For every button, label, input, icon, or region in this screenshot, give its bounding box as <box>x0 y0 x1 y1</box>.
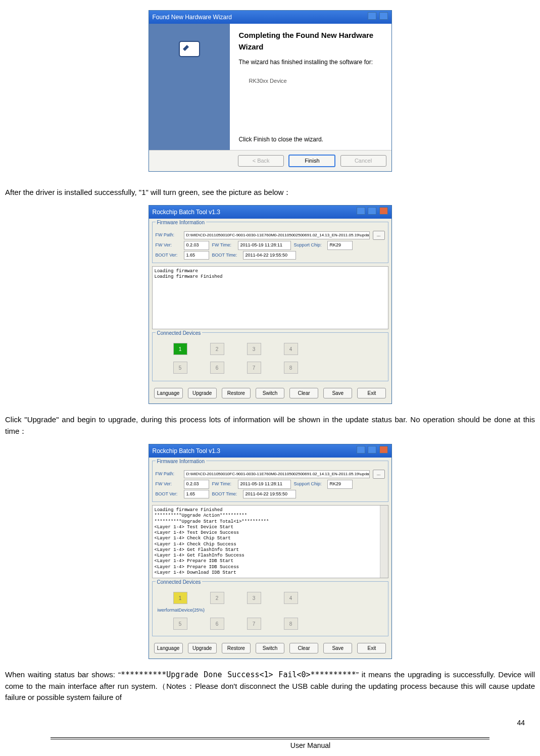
browse-button: ... <box>373 470 385 479</box>
wizard-titlebar: Found New Hardware Wizard <box>149 11 391 24</box>
device-slot-5: 5 <box>173 362 187 374</box>
help-icon <box>368 12 376 20</box>
exit-button: Exit <box>357 643 386 653</box>
boottime-value: 2011-04-22 19:55:50 <box>243 251 296 260</box>
window-controls <box>356 207 388 217</box>
rockchip-tool-screenshot-2: Rockchip Batch Tool v1.3 Firmware Inform… <box>149 444 392 659</box>
fwpath-label: FW Path: <box>156 232 181 239</box>
wizard-closeline: Click Finish to close the wizard. <box>239 135 382 144</box>
finish-button: Finish <box>288 155 335 167</box>
log-output: Loading firmware Finished **********Upgr… <box>152 505 388 578</box>
bootver-value: 1.65 <box>184 251 209 260</box>
upgrade-button: Upgrade <box>188 643 217 653</box>
language-button: Language <box>154 388 183 398</box>
page-footer: 44 User Manual <box>5 724 535 751</box>
device-slot-4: 4 <box>284 592 298 604</box>
device-slot-7: 7 <box>247 362 261 374</box>
paragraph-2: Click "Upgrade" and begin to upgrade, du… <box>5 414 535 437</box>
language-button: Language <box>154 643 183 653</box>
save-button: Save <box>323 643 352 653</box>
device-slot-8: 8 <box>284 618 298 630</box>
fwpath-value: D:\MID\CD-2011050010FC-9001-0030-11E760M… <box>184 231 370 239</box>
tool1-titlebar: Rockchip Batch Tool v1.3 <box>149 206 391 219</box>
tool2-titlebar: Rockchip Batch Tool v1.3 <box>149 444 391 458</box>
browse-button: ... <box>373 231 385 240</box>
wizard-heading: Completing the Found New Hardware Wizard <box>239 30 382 53</box>
paragraph-3: When waiting status bar shows: *********… <box>5 669 535 703</box>
exit-button: Exit <box>357 388 386 398</box>
window-controls <box>356 446 388 456</box>
fwver-value: 0.2.03 <box>184 480 209 489</box>
device-slot-2: 2 <box>210 592 224 604</box>
tool1-title: Rockchip Batch Tool v1.3 <box>153 208 221 217</box>
fwtime-label: FW Time: <box>212 242 235 249</box>
fwver-label: FW Ver: <box>156 242 181 249</box>
chip-label: Support Chip: <box>294 481 324 488</box>
connected-devices-group: Connected Devices 1 2 3 4 iwerformatDevi… <box>152 581 388 636</box>
device-slot-3: 3 <box>247 592 261 604</box>
boottime-label: BOOT Time: <box>212 491 240 498</box>
device-slot-1: 1 <box>173 343 187 355</box>
fwpath-value: D:\MID\CD-2011050010FC-9001-0030-11E760M… <box>184 470 370 478</box>
switch-button: Switch <box>256 643 284 653</box>
fwver-label: FW Ver: <box>156 481 181 488</box>
found-new-hardware-wizard-screenshot: Found New Hardware Wizard Completing the… <box>149 10 392 172</box>
log-output: Loading firmware Loading firmware Finish… <box>152 266 388 329</box>
boottime-label: BOOT Time: <box>212 252 240 259</box>
clear-button: Clear <box>289 388 318 398</box>
device-slot-1: 1 <box>173 592 187 604</box>
clear-button: Clear <box>289 643 318 653</box>
close-icon <box>379 12 388 20</box>
device-slot-2: 2 <box>210 343 224 355</box>
fwver-value: 0.2.03 <box>184 241 209 250</box>
close-icon <box>379 207 388 215</box>
progress-overlay-text: iwerformatDevice(25%) <box>158 607 205 614</box>
close-icon <box>379 446 388 453</box>
firmware-info-group: Firmware Information FW Path: D:\MID\CD-… <box>152 461 388 502</box>
rockchip-tool-screenshot-1: Rockchip Batch Tool v1.3 Firmware Inform… <box>149 205 392 404</box>
wizard-title: Found New Hardware Wizard <box>153 13 232 22</box>
bootver-label: BOOT Ver: <box>156 491 181 498</box>
chip-value: RK29 <box>327 480 353 489</box>
fwtime-value: 2011-05-19 11:28:11 <box>238 241 291 250</box>
firmware-info-group: Firmware Information FW Path: D:\MID\CD-… <box>152 222 388 263</box>
upgrade-done-string: **********Upgrade Done Success<1> Fail<0… <box>118 670 359 679</box>
footer-label: User Manual <box>96 740 525 751</box>
chip-value: RK29 <box>327 241 353 250</box>
page-number: 44 <box>517 718 525 728</box>
upgrade-button: Upgrade <box>188 388 217 398</box>
window-controls <box>367 12 387 22</box>
restore-button: Restore <box>222 643 251 653</box>
minimize-icon <box>357 207 365 215</box>
fwtime-label: FW Time: <box>212 481 235 488</box>
boottime-value: 2011-04-22 19:55:50 <box>243 490 296 499</box>
device-slot-6: 6 <box>210 618 224 630</box>
fwpath-label: FW Path: <box>156 471 181 478</box>
connected-devices-group: Connected Devices 1 2 3 4 5 6 7 8 <box>152 332 388 381</box>
switch-button: Switch <box>256 388 284 398</box>
tool2-title: Rockchip Batch Tool v1.3 <box>153 446 221 456</box>
scrollbar <box>380 506 388 578</box>
restore-button: Restore <box>222 388 251 398</box>
device-slot-3: 3 <box>247 343 261 355</box>
fwtime-value: 2011-05-19 11:28:11 <box>238 480 291 489</box>
svg-rect-0 <box>179 41 200 57</box>
chip-label: Support Chip: <box>294 242 324 249</box>
bootver-value: 1.65 <box>184 490 209 499</box>
device-slot-7: 7 <box>247 618 261 630</box>
bootver-label: BOOT Ver: <box>156 252 181 259</box>
wizard-device-name: RK30xx Device <box>249 77 382 85</box>
maximize-icon <box>368 446 376 453</box>
device-slot-6: 6 <box>210 362 224 374</box>
device-slot-8: 8 <box>284 362 298 374</box>
wizard-subtext: The wizard has finished installing the s… <box>239 58 382 67</box>
device-slot-5: 5 <box>173 618 187 630</box>
wizard-side-graphic <box>149 24 230 150</box>
paragraph-1: After the driver is installed successful… <box>5 187 535 198</box>
back-button: < Back <box>238 155 284 167</box>
device-slot-4: 4 <box>284 343 298 355</box>
minimize-icon <box>357 446 365 453</box>
save-button: Save <box>323 388 352 398</box>
cancel-button: Cancel <box>340 155 386 167</box>
device-icon <box>177 36 202 62</box>
